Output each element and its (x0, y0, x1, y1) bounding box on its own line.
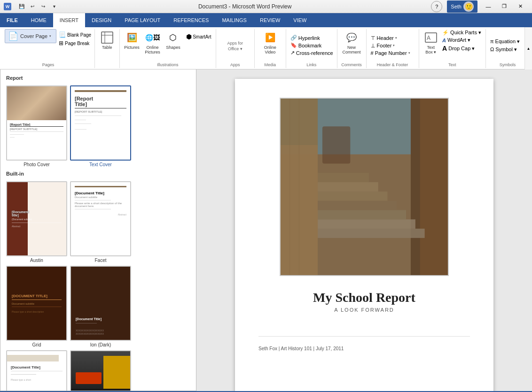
footer-button[interactable]: ⊥ Footer ▾ (369, 42, 397, 49)
header-footer-group-content: ⊤ Header ▾ ⊥ Footer ▾ # Page Number ▾ (369, 29, 416, 61)
page-break-button[interactable]: ⊞ Page Break (57, 39, 93, 47)
equation-button[interactable]: π Equation ▾ (489, 38, 521, 45)
cover-page-button[interactable]: 📄 Cover Page ▾ (5, 29, 56, 43)
photo-cover-label: Photo Cover (23, 162, 50, 167)
footer-icon: ⊥ (371, 43, 376, 49)
window-controls: — ❐ ✕ (480, 0, 528, 13)
pictures-icon: 🖼️ (125, 30, 140, 45)
text-thumb-content: [ReportTitle] [REPORT SUBTITLE] ———— ———… (71, 86, 130, 160)
document-photo-frame (280, 98, 449, 276)
tab-home[interactable]: HOME (24, 13, 53, 27)
ribbon-scroll-up-icon[interactable]: ▲ (527, 46, 531, 51)
symbols-group-content: π Equation ▾ Ω Symbol ▾ (489, 29, 526, 61)
page-number-button[interactable]: # Page Number ▾ (369, 50, 412, 56)
window-title: Document3 - Microsoft Word Preview (198, 3, 292, 10)
grid-label: Grid (32, 342, 41, 347)
svg-rect-21 (281, 99, 448, 275)
svg-rect-0 (102, 32, 113, 43)
facet-item[interactable]: [Document Title] Document subtitle Pleas… (70, 181, 131, 263)
ribbon-group-table: Table (96, 29, 120, 68)
pictures-label: Pictures (124, 45, 140, 50)
document-page: My School Report A LOOK FORWARD Seth Fox… (235, 79, 493, 391)
header-footer-group-label: Header & Footer (369, 62, 416, 68)
tab-view[interactable]: VIEW (287, 13, 313, 27)
text-box-button[interactable]: A TextBox ▾ (422, 29, 440, 55)
customize-qat-button[interactable]: ▾ (49, 2, 59, 11)
redo-button[interactable]: ↪ (39, 2, 48, 11)
cover-page-dropdown-arrow: ▾ (49, 34, 51, 38)
undo-button[interactable]: ↩ (28, 2, 37, 11)
ion-light-item[interactable]: [Document Title] ————————— Please type a… (6, 350, 67, 391)
online-video-label: OnlineVideo (264, 45, 276, 54)
text-cover-label: Text Cover (89, 162, 112, 167)
quick-parts-icon: ⚡ (442, 30, 449, 36)
facet-label: Facet (94, 258, 106, 263)
close-button[interactable]: ✕ (512, 0, 528, 13)
equation-icon: π (490, 38, 494, 44)
new-comment-icon: 💬 (344, 30, 359, 45)
help-button[interactable]: ? (431, 1, 442, 12)
ribbon: FILE HOME INSERT DESIGN PAGE LAYOUT REFE… (0, 13, 532, 27)
cross-reference-button[interactable]: ↗ Cross-reference (289, 49, 335, 56)
page-number-dropdown-arrow: ▾ (408, 51, 410, 55)
facet-thumb: [Document Title] Document subtitle Pleas… (70, 181, 131, 256)
blank-page-icon: 📃 (59, 31, 66, 38)
minimize-button[interactable]: — (480, 0, 496, 13)
text-box-icon: A (423, 30, 438, 45)
new-comment-button[interactable]: 💬 NewComment (341, 29, 363, 55)
quick-parts-button[interactable]: ⚡ Quick Parts ▾ (441, 29, 483, 36)
save-button[interactable]: 💾 (17, 2, 26, 11)
text-cover-title: [ReportTitle] (75, 96, 126, 108)
online-pictures-label: OnlinePictures (145, 45, 160, 54)
tab-file[interactable]: FILE (0, 13, 24, 27)
tab-review[interactable]: REVIEW (253, 13, 287, 27)
title-bar-right: ? Seth 🙂 — ❐ ✕ (431, 0, 528, 13)
grid-thumb: [DOCUMENT TITLE] Document subtitle Pleas… (6, 266, 67, 341)
table-group-content: Table (98, 29, 117, 66)
grid-item[interactable]: [DOCUMENT TITLE] Document subtitle Pleas… (6, 266, 67, 347)
new-comment-label: NewComment (343, 45, 361, 54)
title-bar-left: W 💾 ↩ ↪ ▾ (4, 2, 59, 11)
shapes-button[interactable]: ⬡ Shapes (164, 29, 183, 51)
online-pictures-button[interactable]: 🌐🖼 OnlinePictures (143, 29, 162, 55)
tab-page-layout[interactable]: PAGE LAYOUT (118, 13, 167, 27)
hyperlink-icon: 🔗 (290, 35, 297, 41)
table-button[interactable]: Table (98, 29, 117, 51)
table-icon (100, 30, 115, 45)
hyperlink-button[interactable]: 🔗 Hyperlink (289, 34, 321, 41)
text-group-content: A TextBox ▾ ⚡ Quick Parts ▾ A WordArt ▾ … (422, 29, 483, 61)
pages-group-label: Pages (5, 62, 92, 68)
user-area[interactable]: Seth 🙂 (447, 0, 477, 13)
online-video-button[interactable]: ▶️ OnlineVideo (261, 29, 280, 55)
tab-insert[interactable]: INSERT (53, 13, 85, 27)
wordart-button[interactable]: A WordArt ▾ (441, 37, 483, 44)
pictures-button[interactable]: 🖼️ Pictures (123, 29, 141, 51)
tab-design[interactable]: DESIGN (85, 13, 118, 27)
tab-references[interactable]: REFERENCES (167, 13, 215, 27)
photo-cover-item[interactable]: [Report Title] [REPORT SUBTITLE] —————— … (6, 85, 67, 167)
bookmark-button[interactable]: 🔖 Bookmark (289, 42, 323, 49)
text-cover-item[interactable]: [ReportTitle] [REPORT SUBTITLE] ———— ———… (70, 85, 131, 167)
online-video-icon: ▶️ (263, 30, 278, 45)
apps-group-label: Apps (219, 62, 251, 68)
tab-mailings[interactable]: MAILINGS (215, 13, 253, 27)
header-button[interactable]: ⊤ Header ▾ (369, 35, 399, 42)
austin-thumb: [Documenttitle] (Document subtitle) Abst… (6, 181, 67, 256)
shapes-label: Shapes (166, 45, 180, 50)
built-in-thumbnails: [Documenttitle] (Document subtitle) Abst… (4, 179, 192, 391)
ion-dark-item[interactable]: [Document Title] ————————— XXXXXXXXXXXXX… (70, 266, 131, 347)
drop-cap-button[interactable]: A Drop Cap ▾ (441, 44, 483, 53)
blank-page-button[interactable]: 📃 Blank Page (57, 31, 93, 38)
built-in-section-label: Built-in (6, 171, 192, 177)
ion-dark-label: Ion (Dark) (90, 342, 111, 347)
motion-item[interactable]: [Year] [Document Title] Motion (70, 350, 131, 391)
symbol-icon: Ω (490, 46, 494, 52)
smartart-button[interactable]: ⬢ SmartArt (184, 32, 213, 41)
ribbon-group-illustrations: 🖼️ Pictures 🌐🖼 OnlinePictures ⬡ Shapes ⬢… (121, 29, 216, 68)
comments-group-label: Comments (340, 62, 363, 68)
ribbon-group-comments: 💬 NewComment Comments (338, 29, 367, 68)
symbol-button[interactable]: Ω Symbol ▾ (489, 46, 518, 53)
restore-button[interactable]: ❐ (496, 0, 512, 13)
austin-item[interactable]: [Documenttitle] (Document subtitle) Abst… (6, 181, 67, 263)
ribbon-body: 📄 Cover Page ▾ 📃 Blank Page ⊞ Page Break… (0, 27, 532, 69)
